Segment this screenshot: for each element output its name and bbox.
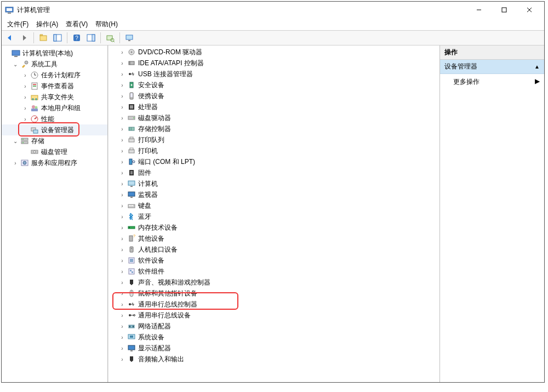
expander-closed-icon[interactable]: › [118,202,126,209]
device-category[interactable]: ›IDE ATA/ATAPI 控制器 [109,58,439,69]
show-hide-console-tree-button[interactable] [52,32,64,44]
device-category[interactable]: ›键盘 [109,200,439,211]
help-button[interactable]: ? [71,32,83,44]
expander-closed-icon[interactable]: › [118,136,126,144]
expander-closed-icon[interactable]: › [118,300,126,308]
expander-closed-icon[interactable]: › [118,279,126,286]
tree-device-manager[interactable]: 设备管理器 [2,124,107,135]
storage-icon [20,137,29,145]
device-category[interactable]: ›系统设备 [109,332,439,343]
device-category[interactable]: ›内存技术设备 [109,222,439,233]
device-category[interactable]: ›声音、视频和游戏控制器 [109,277,439,288]
menu-help[interactable]: 帮助(H) [92,19,121,30]
device-category[interactable]: ›处理器 [109,101,439,112]
device-category[interactable]: ›存储控制器 [109,123,439,134]
expander-closed-icon[interactable]: › [118,268,126,275]
close-button[interactable] [517,2,542,18]
expander-closed-icon[interactable]: › [118,191,126,198]
device-category[interactable]: ›通用串行总线控制器 [109,299,439,310]
device-category[interactable]: ›DVD/CD-ROM 驱动器 [109,47,439,58]
console-tree[interactable]: 计算机管理(本地) ⌄ 系统工具 › 任务计划程序 › 事件查看器 [2,46,108,382]
expander-closed-icon[interactable]: › [118,103,126,111]
action-more[interactable]: 更多操作 ▶ [440,74,544,90]
forward-button[interactable] [18,32,30,44]
tree-task-scheduler[interactable]: › 任务计划程序 [2,70,107,81]
tree-storage[interactable]: ⌄ 存储 [2,135,107,146]
menu-file[interactable]: 文件(F) [4,19,32,30]
tree-services-apps[interactable]: › 服务和应用程序 [2,157,107,168]
device-category[interactable]: ›打印队列 [109,134,439,145]
actions-section[interactable]: 设备管理器 ▲ [440,60,544,74]
expander-closed-icon[interactable]: › [118,246,126,253]
maximize-button[interactable] [492,2,517,18]
expander-closed-icon[interactable]: › [118,333,126,341]
expander-closed-icon[interactable]: › [118,213,126,220]
expander-closed-icon[interactable]: › [118,322,126,330]
expander-closed-icon[interactable]: › [118,355,126,363]
expander-closed-icon[interactable]: › [118,92,126,100]
expander-closed-icon[interactable]: › [118,169,126,177]
window-title: 计算机管理 [17,5,50,15]
device-category-label: 键盘 [138,201,151,211]
device-category[interactable]: ›安全设备 [109,79,439,90]
device-category-icon [127,278,136,287]
tree-disk-management[interactable]: 磁盘管理 [2,146,107,157]
tree-event-viewer[interactable]: › 事件查看器 [2,81,107,92]
expander-closed-icon[interactable]: › [118,59,126,67]
panes: 计算机管理(本地) ⌄ 系统工具 › 任务计划程序 › 事件查看器 [2,46,544,382]
device-category-label: 端口 (COM 和 LPT) [138,157,195,167]
expander-closed-icon[interactable]: › [118,235,126,242]
device-category[interactable]: ›网络适配器 [109,321,439,332]
expander-closed-icon[interactable]: › [118,257,126,264]
device-category[interactable]: ›磁盘驱动器 [109,112,439,123]
device-category[interactable]: ›显示适配器 [109,343,439,354]
device-category[interactable]: ›打印机 [109,145,439,156]
menu-view[interactable]: 查看(V) [62,19,91,30]
device-category[interactable]: ›?其他设备 [109,233,439,244]
device-category[interactable]: ›蓝牙 [109,211,439,222]
shared-folder-icon [30,93,39,101]
tree-shared-folders[interactable]: › 共享文件夹 [2,92,107,103]
expander-closed-icon[interactable]: › [118,81,126,89]
monitor-button[interactable] [123,32,135,44]
expander-closed-icon[interactable]: › [118,289,126,297]
minimize-button[interactable] [466,2,492,18]
expander-closed-icon[interactable]: › [118,147,126,155]
tree-root[interactable]: 计算机管理(本地) [2,48,107,59]
device-category-icon [127,124,136,133]
show-hide-action-pane-button[interactable] [85,32,97,44]
expander-closed-icon[interactable]: › [118,125,126,133]
device-category[interactable]: ›USB 连接器管理器 [109,69,439,79]
expander-closed-icon[interactable]: › [118,344,126,352]
device-category[interactable]: ›软件设备 [109,255,439,266]
expander-closed-icon[interactable]: › [118,114,126,122]
expander-open-icon[interactable]: ⌄ [12,60,19,68]
up-button[interactable] [37,32,49,44]
expander-closed-icon[interactable]: › [118,180,126,188]
device-category[interactable]: ›音频输入和输出 [109,354,439,365]
scan-hardware-button[interactable] [104,32,116,44]
expander-closed-icon[interactable]: › [118,311,126,319]
back-button[interactable] [4,32,16,44]
device-category[interactable]: ›便携设备 [109,90,439,101]
device-category[interactable]: ›计算机 [109,178,439,189]
device-category[interactable]: ›通用串行总线设备 [109,310,439,321]
expander-closed-icon[interactable]: › [118,70,126,78]
device-category[interactable]: ›端口 (COM 和 LPT) [109,156,439,167]
tree-system-tools[interactable]: ⌄ 系统工具 [2,59,107,70]
device-category[interactable]: ›鼠标和其他指针设备 [109,288,439,299]
expander-closed-icon[interactable]: › [118,158,126,166]
device-category[interactable]: ›人机接口设备 [109,244,439,255]
device-tree-pane[interactable]: ›DVD/CD-ROM 驱动器›IDE ATA/ATAPI 控制器›USB 连接… [108,46,440,382]
device-category[interactable]: ›固件 [109,167,439,178]
expander-closed-icon[interactable]: › [21,71,29,79]
expander-closed-icon[interactable]: › [118,224,126,231]
expander-closed-icon[interactable]: › [118,48,126,56]
tree-local-users[interactable]: › 本地用户和组 [2,103,107,113]
device-category-label: 打印机 [138,146,158,156]
device-category-icon [127,256,136,265]
tree-performance[interactable]: › 性能 [2,113,107,124]
device-category[interactable]: ›软件组件 [109,266,439,277]
device-category[interactable]: ›监视器 [109,189,439,200]
menu-action[interactable]: 操作(A) [33,19,61,30]
